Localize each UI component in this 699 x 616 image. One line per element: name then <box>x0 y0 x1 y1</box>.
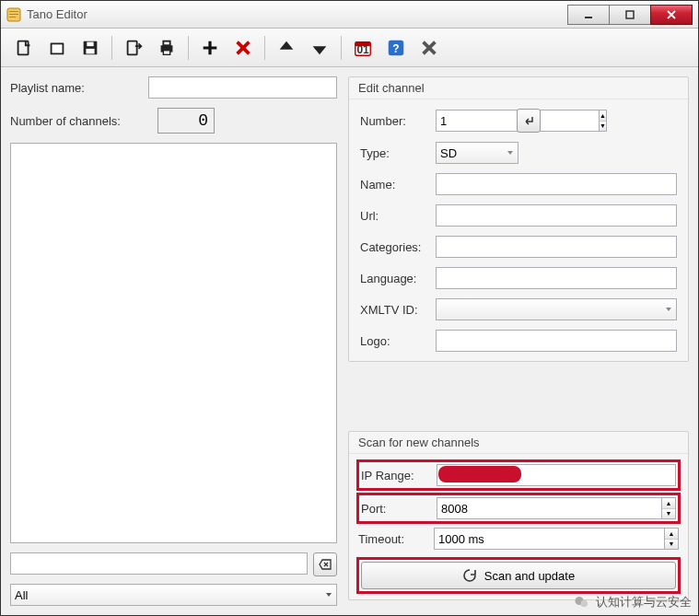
channels-count-label: Number of channels: <box>10 114 148 128</box>
ip-range-label: IP Range: <box>361 469 437 482</box>
logo-input[interactable] <box>436 330 677 352</box>
playlist-name-input[interactable] <box>148 76 337 99</box>
open-button[interactable] <box>43 34 71 62</box>
timeout-label: Timeout: <box>358 532 434 546</box>
spin-down-icon[interactable]: ▼ <box>665 540 678 550</box>
spin-down-icon[interactable]: ▼ <box>662 509 675 519</box>
edit-channel-title: Edit channel <box>349 77 688 99</box>
add-button[interactable] <box>196 34 224 62</box>
backspace-icon <box>319 558 332 571</box>
timeout-spinbox[interactable]: ▲▼ <box>434 528 679 550</box>
svg-text:?: ? <box>392 41 399 54</box>
number-label: Number: <box>360 114 436 128</box>
move-up-button[interactable] <box>273 34 300 62</box>
minimize-button[interactable] <box>567 5 610 25</box>
port-label: Port: <box>361 502 437 516</box>
language-label: Language: <box>360 272 436 285</box>
categories-input[interactable] <box>436 236 677 258</box>
port-input[interactable] <box>437 497 661 519</box>
xmltv-label: XMLTV ID: <box>360 303 436 317</box>
spin-down-icon[interactable]: ▼ <box>600 122 606 132</box>
spin-up-icon[interactable]: ▲ <box>665 529 678 540</box>
return-icon <box>522 114 535 127</box>
help-button[interactable]: ? <box>382 34 410 62</box>
svg-rect-1 <box>9 11 18 12</box>
type-combo[interactable]: SD <box>436 142 518 164</box>
export-button[interactable] <box>120 34 147 62</box>
svg-rect-14 <box>163 41 169 45</box>
move-down-button[interactable] <box>306 34 333 62</box>
svg-rect-11 <box>86 48 94 52</box>
spin-up-icon[interactable]: ▲ <box>662 498 675 509</box>
svg-rect-6 <box>18 41 29 54</box>
edit-channel-group: Edit channel Number: ▲▼ T <box>348 76 689 362</box>
toolbar: 01 ? <box>1 29 698 67</box>
port-spinbox[interactable]: ▲▼ <box>437 497 676 519</box>
svg-rect-15 <box>163 50 169 54</box>
svg-rect-12 <box>128 41 137 54</box>
language-input[interactable] <box>436 267 677 289</box>
url-input[interactable] <box>436 204 677 227</box>
number-spinbox[interactable]: ▲▼ <box>436 110 509 132</box>
window-title: Tano Editor <box>27 7 568 21</box>
svg-rect-5 <box>626 11 634 18</box>
wechat-icon <box>574 594 590 610</box>
schedule-button[interactable]: 01 <box>349 34 377 62</box>
scan-update-label: Scan and update <box>484 569 575 583</box>
channel-list[interactable] <box>10 143 337 543</box>
category-filter-value: All <box>15 588 332 602</box>
xmltv-combo[interactable] <box>436 298 677 320</box>
name-input[interactable] <box>436 173 677 195</box>
watermark-text: 认知计算与云安全 <box>596 594 692 610</box>
logo-label: Logo: <box>360 334 436 348</box>
playlist-name-label: Playlist name: <box>10 81 148 95</box>
svg-rect-2 <box>9 14 18 15</box>
maximize-button[interactable] <box>609 5 651 25</box>
scan-title: Scan for new channels <box>349 432 688 454</box>
svg-rect-3 <box>9 17 16 17</box>
watermark: 认知计算与云安全 <box>574 594 692 610</box>
chevron-down-icon <box>503 143 518 163</box>
category-filter-combo[interactable]: All <box>10 584 337 606</box>
categories-label: Categories: <box>360 240 436 254</box>
url-label: Url: <box>360 209 436 223</box>
refresh-icon <box>462 568 477 583</box>
close-button[interactable] <box>650 5 693 25</box>
svg-rect-8 <box>52 44 63 52</box>
clear-button[interactable] <box>415 34 443 62</box>
chevron-down-icon <box>321 585 336 605</box>
filter-input[interactable] <box>10 552 308 575</box>
spin-up-icon[interactable]: ▲ <box>600 110 606 122</box>
svg-rect-10 <box>87 41 93 46</box>
channels-count-value: 0 <box>157 108 215 134</box>
titlebar: Tano Editor <box>1 1 698 29</box>
print-button[interactable] <box>153 34 181 62</box>
scan-update-button[interactable]: Scan and update <box>361 562 676 589</box>
remove-button[interactable] <box>229 34 257 62</box>
save-button[interactable] <box>76 34 104 62</box>
app-icon <box>6 7 21 22</box>
scan-group: Scan for new channels IP Range: <box>348 431 689 600</box>
chevron-down-icon <box>661 299 676 320</box>
svg-point-22 <box>581 600 588 608</box>
timeout-input[interactable] <box>434 528 664 550</box>
clear-filter-button[interactable] <box>313 552 337 576</box>
redacted-overlay <box>438 466 521 482</box>
name-label: Name: <box>360 178 436 192</box>
type-label: Type: <box>360 146 436 160</box>
new-button[interactable] <box>10 34 38 62</box>
apply-number-button[interactable] <box>517 109 541 133</box>
svg-text:01: 01 <box>356 42 369 55</box>
svg-rect-4 <box>585 17 592 18</box>
